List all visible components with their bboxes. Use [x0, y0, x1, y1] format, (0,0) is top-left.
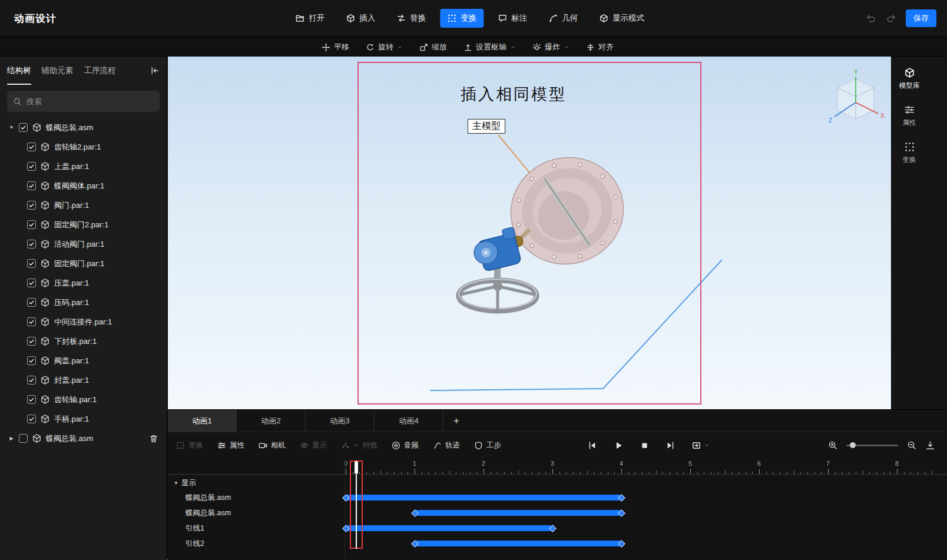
playhead-handle[interactable]: [355, 462, 358, 473]
timeline-zoom-slider[interactable]: [846, 445, 898, 446]
timeline-tool-transform[interactable]: 变换: [176, 440, 203, 450]
timeline-tool-camera[interactable]: 相机: [259, 440, 286, 450]
tree-item[interactable]: 阀门.par:1: [0, 195, 167, 215]
tree-item[interactable]: 齿轮轴.par:1: [0, 390, 167, 409]
viewport[interactable]: Y X Z 插入相同模型 主模型: [168, 57, 891, 409]
timeline-tool-display[interactable]: 显示: [300, 440, 327, 450]
chevron-down-icon[interactable]: ▼: [8, 125, 15, 130]
redo-button[interactable]: [886, 13, 896, 24]
playhead-line[interactable]: [356, 460, 357, 549]
zoom-out-button[interactable]: [907, 440, 916, 450]
checkbox-checked[interactable]: [27, 259, 36, 268]
checkbox-checked[interactable]: [27, 376, 36, 385]
checkbox-checked[interactable]: [27, 337, 36, 346]
toolbar-button-explode[interactable]: 爆炸: [532, 42, 569, 52]
checkbox-checked[interactable]: [27, 395, 36, 404]
timeline-tool-effects[interactable]: 特效: [341, 440, 378, 450]
right-panel-button-properties[interactable]: 属性: [894, 104, 925, 127]
tree-item[interactable]: 齿轮轴2.par:1: [0, 137, 167, 157]
tree-item[interactable]: 活动阀门.par:1: [0, 234, 167, 254]
timeline-tool-step[interactable]: 工步: [474, 440, 501, 450]
checkbox-checked[interactable]: [27, 279, 36, 287]
timeline-tool-properties[interactable]: 属性: [217, 440, 244, 450]
sidebar-tab-aux-elements[interactable]: 辅助元素: [42, 57, 74, 85]
slider-knob[interactable]: [850, 442, 856, 448]
checkbox-checked[interactable]: [27, 181, 36, 190]
checkbox-checked[interactable]: [27, 240, 36, 248]
animation-tab-4[interactable]: 动画4: [375, 410, 443, 432]
tree-root-item-2[interactable]: ▶蝶阀总装.asm: [0, 429, 167, 448]
tree-item[interactable]: 中间连接件.par:1: [0, 312, 167, 332]
search-input[interactable]: [27, 97, 154, 106]
topbar-button-display-mode[interactable]: 显示模式: [592, 9, 651, 28]
chevron-right-icon[interactable]: ▶: [8, 436, 15, 441]
checkbox-checked[interactable]: [27, 201, 36, 210]
tree-item[interactable]: 封盖.par:1: [0, 370, 167, 390]
tree-item[interactable]: 固定阀门2.par:1: [0, 215, 167, 234]
zoom-in-button[interactable]: [828, 440, 837, 450]
stop-button[interactable]: [640, 441, 649, 450]
checkbox-checked[interactable]: [27, 298, 36, 307]
tree-item[interactable]: 上盖.par:1: [0, 157, 167, 176]
track-label[interactable]: 引线2: [186, 536, 204, 551]
checkbox-checked[interactable]: [27, 220, 36, 229]
animation-tab-3[interactable]: 动画3: [306, 410, 375, 432]
right-panel-button-model-library[interactable]: 模型库: [894, 67, 925, 90]
model-callout-label[interactable]: 主模型: [468, 119, 505, 134]
toolbar-button-scale[interactable]: 缩放: [419, 42, 447, 52]
checkbox-checked[interactable]: [19, 123, 28, 132]
timeline-bar[interactable]: [415, 541, 621, 546]
play-button[interactable]: [614, 440, 624, 450]
topbar-button-replace[interactable]: 替换: [389, 9, 433, 28]
checkbox-checked[interactable]: [27, 162, 36, 171]
checkbox-checked[interactable]: [27, 317, 36, 326]
sidebar-tab-process-flow[interactable]: 工序流程: [84, 57, 116, 85]
animation-tab-2[interactable]: 动画2: [237, 410, 306, 432]
timeline-ruler[interactable]: 012345678: [168, 458, 947, 475]
display-group-header[interactable]: ▼ 显示: [174, 476, 196, 490]
tree-item[interactable]: 固定阀门.par:1: [0, 254, 167, 273]
toolbar-button-pan[interactable]: 平移: [322, 42, 349, 52]
topbar-button-open[interactable]: 打开: [288, 9, 332, 28]
topbar-button-geometry[interactable]: 几何: [541, 9, 585, 28]
checkbox-unchecked[interactable]: [19, 434, 28, 443]
timeline-tool-trajectory[interactable]: 轨迹: [433, 440, 460, 450]
toolbar-button-rotate[interactable]: 旋转: [366, 42, 403, 52]
topbar-button-insert[interactable]: 插入: [339, 9, 382, 28]
skip-forward-button[interactable]: [665, 440, 676, 450]
animation-tab-1[interactable]: 动画1: [168, 410, 237, 432]
slide-frame[interactable]: [357, 62, 701, 405]
tree-item[interactable]: 手柄.par:1: [0, 409, 167, 429]
download-button[interactable]: [925, 440, 935, 450]
timeline-bar[interactable]: [346, 525, 552, 531]
sidebar-tab-structure-tree[interactable]: 结构树: [7, 57, 31, 85]
topbar-button-transform[interactable]: 变换: [440, 9, 484, 28]
timeline-tool-audio[interactable]: 音频: [392, 440, 419, 450]
view-cube[interactable]: Y X Z: [829, 69, 885, 124]
topbar-button-annotate[interactable]: 标注: [491, 9, 534, 28]
toolbar-button-pivot[interactable]: 设置枢轴: [463, 42, 516, 52]
save-button[interactable]: 保存: [906, 9, 936, 27]
add-animation-tab-button[interactable]: +: [443, 410, 469, 432]
tree-item[interactable]: 下封板.par:1: [0, 332, 167, 351]
checkbox-checked[interactable]: [27, 356, 36, 365]
skip-back-button[interactable]: [587, 440, 597, 450]
track-label[interactable]: 蝶阀总装.asm: [186, 490, 231, 505]
tree-item[interactable]: 压盖.par:1: [0, 273, 167, 293]
undo-button[interactable]: [866, 13, 876, 24]
checkbox-checked[interactable]: [27, 415, 36, 423]
toolbar-button-align[interactable]: 对齐: [586, 42, 614, 52]
checkbox-checked[interactable]: [27, 143, 36, 151]
tree-root-item[interactable]: ▼蝶阀总装.asm: [0, 118, 167, 137]
track-label[interactable]: 引线1: [186, 521, 204, 536]
tree-item[interactable]: 阀盖.par:1: [0, 351, 167, 370]
search-box[interactable]: [7, 91, 160, 112]
tree-item[interactable]: 压码.par:1: [0, 293, 167, 312]
track-label[interactable]: 蝶阀总装.asm: [186, 505, 231, 521]
tree-item[interactable]: 蝶阀阀体.par:1: [0, 176, 167, 195]
play-mode-button[interactable]: [692, 440, 710, 450]
trash-button[interactable]: [149, 434, 158, 443]
collapse-panel-button[interactable]: [150, 66, 160, 75]
timeline-bar[interactable]: [346, 495, 621, 501]
timeline-bar[interactable]: [415, 510, 621, 516]
